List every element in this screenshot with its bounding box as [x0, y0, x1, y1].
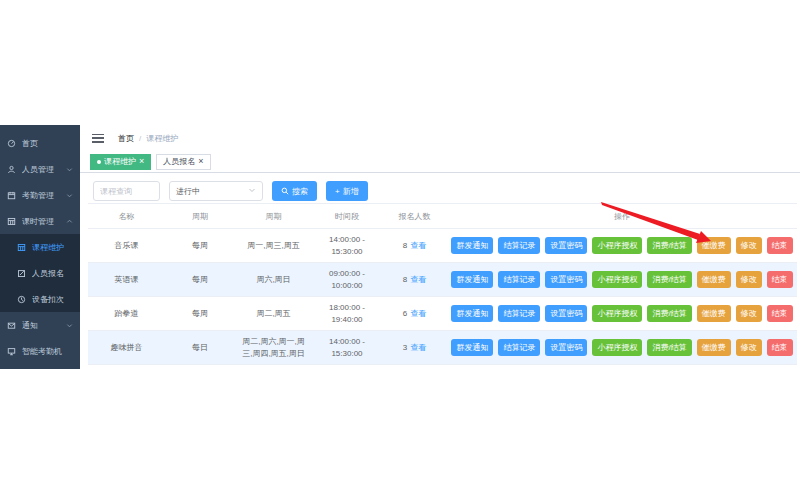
sidebar-item-smart-machine[interactable]: 智能考勤机 — [0, 338, 80, 364]
users-icon — [7, 165, 18, 174]
action-button-2[interactable]: 设置密码 — [545, 305, 587, 322]
sidebar-menu: 首页 人员管理 考勤管理 课时管理 课程维护 人员报名 设备扣次 通知 — [0, 130, 80, 364]
cell-signup-count: 8查看 — [382, 229, 447, 263]
device-icon — [17, 295, 28, 304]
chevron-down-icon — [66, 192, 73, 199]
breadcrumb-current: 课程维护 — [146, 133, 178, 144]
breadcrumb: 首页 / 课程维护 — [118, 133, 178, 144]
table-body: 音乐课 每周 周一,周三,周五 14:00:00 - 15:30:00 8查看 … — [88, 229, 797, 365]
action-button-0[interactable]: 群发通知 — [451, 237, 493, 254]
cell-signup-count: 8查看 — [382, 263, 447, 297]
action-button-6[interactable]: 修改 — [736, 237, 762, 254]
action-button-2[interactable]: 设置密码 — [545, 271, 587, 288]
tab-1[interactable]: 人员报名 × — [156, 154, 210, 170]
maintain-icon — [17, 243, 28, 252]
chevron-up-icon — [66, 218, 73, 225]
screenshot-canvas: 首页 人员管理 考勤管理 课时管理 课程维护 人员报名 设备扣次 通知 — [0, 0, 800, 500]
search-input[interactable] — [93, 181, 160, 201]
action-button-7[interactable]: 结束 — [767, 237, 793, 254]
action-button-3[interactable]: 小程序授权 — [592, 271, 642, 288]
breadcrumb-home[interactable]: 首页 — [118, 133, 134, 144]
action-button-5[interactable]: 催缴费 — [697, 237, 731, 254]
action-button-5[interactable]: 催缴费 — [697, 305, 731, 322]
table-row: 音乐课 每周 周一,周三,周五 14:00:00 - 15:30:00 8查看 … — [88, 229, 797, 263]
action-button-4[interactable]: 消费/结算 — [647, 271, 691, 288]
main-area: 首页 / 课程维护 课程维护 × 人员报名 × 进行中 — [80, 125, 800, 369]
cell-actions: 群发通知结算记录设置密码小程序授权消费/结算催缴费修改结束 — [447, 331, 797, 365]
close-icon[interactable]: × — [139, 157, 144, 166]
action-button-4[interactable]: 消费/结算 — [647, 305, 691, 322]
tab-0[interactable]: 课程维护 × — [90, 154, 151, 170]
action-button-1[interactable]: 结算记录 — [498, 305, 540, 322]
cell-course-name: 英语课 — [88, 263, 165, 297]
action-button-1[interactable]: 结算记录 — [498, 271, 540, 288]
cell-actions: 群发通知结算记录设置密码小程序授权消费/结算催缴费修改结束 — [447, 229, 797, 263]
action-button-4[interactable]: 消费/结算 — [647, 339, 691, 356]
status-select[interactable]: 进行中 — [169, 181, 263, 201]
search-button[interactable]: 搜索 — [272, 181, 317, 201]
cell-cycle: 每周 — [165, 263, 235, 297]
action-button-0[interactable]: 群发通知 — [451, 271, 493, 288]
action-button-2[interactable]: 设置密码 — [545, 339, 587, 356]
table-header-row: 名称周期周期时间段报名人数操作 — [88, 204, 797, 229]
action-button-0[interactable]: 群发通知 — [451, 305, 493, 322]
action-button-3[interactable]: 小程序授权 — [592, 237, 642, 254]
view-link[interactable]: 查看 — [410, 275, 426, 284]
view-link[interactable]: 查看 — [410, 241, 426, 250]
action-button-7[interactable]: 结束 — [767, 339, 793, 356]
action-button-1[interactable]: 结算记录 — [498, 339, 540, 356]
column-header: 报名人数 — [382, 204, 447, 229]
column-header: 操作 — [447, 204, 797, 229]
add-button[interactable]: + 新增 — [326, 181, 368, 201]
table-row: 英语课 每周 周六,周日 09:00:00 - 10:00:00 8查看 群发通… — [88, 263, 797, 297]
action-button-7[interactable]: 结束 — [767, 305, 793, 322]
cell-days: 周一,周三,周五 — [235, 229, 312, 263]
cell-actions: 群发通知结算记录设置密码小程序授权消费/结算催缴费修改结束 — [447, 263, 797, 297]
view-link[interactable]: 查看 — [410, 309, 426, 318]
close-icon[interactable]: × — [198, 157, 203, 166]
sidebar-item-course-hours[interactable]: 课时管理 — [0, 208, 80, 234]
breadcrumb-separator: / — [139, 134, 141, 143]
cell-signup-count: 6查看 — [382, 297, 447, 331]
sidebar-item-notice[interactable]: 通知 — [0, 312, 80, 338]
cell-time-range: 18:00:00 - 19:40:00 — [312, 297, 382, 331]
filter-bar: 进行中 搜索 + 新增 — [80, 173, 800, 203]
action-button-3[interactable]: 小程序授权 — [592, 339, 642, 356]
sidebar-item-attendance[interactable]: 考勤管理 — [0, 182, 80, 208]
search-icon — [281, 187, 289, 195]
sidebar-item-personnel[interactable]: 人员管理 — [0, 156, 80, 182]
action-button-1[interactable]: 结算记录 — [498, 237, 540, 254]
column-header: 名称 — [88, 204, 165, 229]
cell-signup-count: 3查看 — [382, 331, 447, 365]
sidebar-item-device-deduct[interactable]: 设备扣次 — [0, 286, 80, 312]
hamburger-icon[interactable] — [92, 134, 104, 143]
action-button-0[interactable]: 群发通知 — [451, 339, 493, 356]
view-link[interactable]: 查看 — [410, 343, 426, 352]
sidebar: 首页 人员管理 考勤管理 课时管理 课程维护 人员报名 设备扣次 通知 — [0, 125, 80, 369]
action-button-7[interactable]: 结束 — [767, 271, 793, 288]
cell-days: 周六,周日 — [235, 263, 312, 297]
action-button-6[interactable]: 修改 — [736, 305, 762, 322]
column-header: 周期 — [235, 204, 312, 229]
signup-icon — [17, 269, 28, 278]
cell-course-name: 趣味拼音 — [88, 331, 165, 365]
cell-time-range: 09:00:00 - 10:00:00 — [312, 263, 382, 297]
cell-actions: 群发通知结算记录设置密码小程序授权消费/结算催缴费修改结束 — [447, 297, 797, 331]
column-header: 周期 — [165, 204, 235, 229]
sidebar-item-signup[interactable]: 人员报名 — [0, 260, 80, 286]
action-button-3[interactable]: 小程序授权 — [592, 305, 642, 322]
action-button-2[interactable]: 设置密码 — [545, 237, 587, 254]
chevron-down-icon — [66, 322, 73, 329]
cell-cycle: 每日 — [165, 331, 235, 365]
action-button-6[interactable]: 修改 — [736, 271, 762, 288]
action-button-6[interactable]: 修改 — [736, 339, 762, 356]
tab-active-dot — [97, 160, 101, 164]
action-button-5[interactable]: 催缴费 — [697, 271, 731, 288]
action-button-5[interactable]: 催缴费 — [697, 339, 731, 356]
breadcrumb-bar: 首页 / 课程维护 — [80, 125, 800, 151]
notice-icon — [7, 321, 18, 330]
sidebar-item-home[interactable]: 首页 — [0, 130, 80, 156]
action-button-4[interactable]: 消费/结算 — [647, 237, 691, 254]
table-row: 跆拳道 每周 周二,周五 18:00:00 - 19:40:00 6查看 群发通… — [88, 297, 797, 331]
sidebar-item-course-maintain[interactable]: 课程维护 — [0, 234, 80, 260]
